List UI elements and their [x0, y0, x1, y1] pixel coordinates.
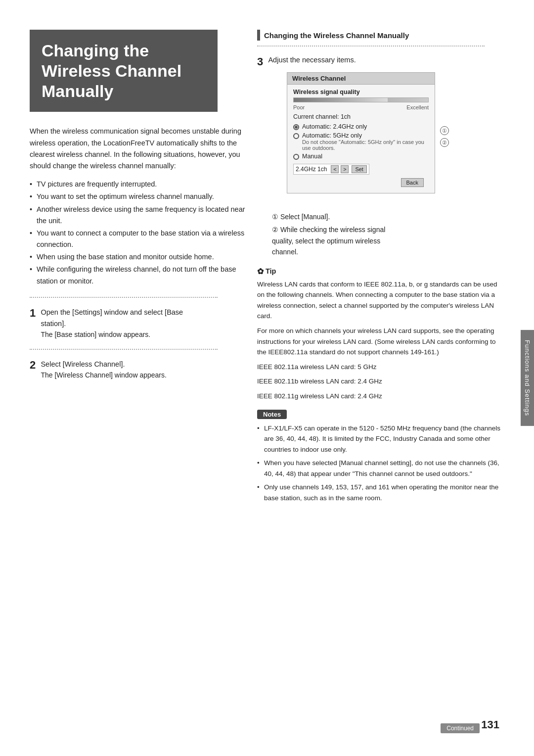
- wc-title-bar: Wireless Channel: [287, 73, 435, 85]
- divider: [30, 297, 218, 298]
- annotation-1: ①: [438, 126, 449, 135]
- radio-option-2: Automatic: 5GHz only Do not choose "Auto…: [293, 132, 429, 151]
- step-annotation-2: ② While checking the wireless signal qua…: [272, 224, 504, 257]
- next-channel-button[interactable]: >: [341, 165, 349, 173]
- list-item: Another wireless device using the same f…: [30, 204, 247, 227]
- prev-channel-button[interactable]: <: [331, 165, 339, 173]
- list-item: While configuring the wireless channel, …: [30, 264, 247, 286]
- wireless-channel-ui: Wireless Channel Wireless signal quality…: [287, 72, 435, 193]
- radio-option-1: Automatic: 2.4GHz only: [293, 123, 429, 130]
- note-item: LF-X1/LF-X5 can operate in the 5120 - 52…: [257, 423, 504, 455]
- radio-button[interactable]: [293, 124, 299, 130]
- right-column: Changing the Wireless Channel Manually 3…: [257, 30, 504, 507]
- annotation-2: ②: [438, 138, 449, 147]
- radio-option-3: Manual: [293, 153, 429, 160]
- page-title: Changing the Wireless Channel Manually: [42, 41, 206, 101]
- step-2: 2 Select [Wireless Channel]. The [Wirele…: [30, 359, 247, 380]
- right-col-header: Changing the Wireless Channel Manually: [257, 30, 504, 41]
- channel-selector-row: 2.4GHz 1ch < > Set: [293, 164, 369, 175]
- continued-button: Continued: [441, 723, 480, 733]
- tip-text-5: IEEE 802.11g wireless LAN card: 2.4 GHz: [257, 391, 504, 402]
- radio-button[interactable]: [293, 133, 299, 139]
- quality-labels: Poor Excellent: [293, 104, 429, 110]
- list-item: When using the base station and monitor …: [30, 251, 247, 263]
- notes-list: LF-X1/LF-X5 can operate in the 5120 - 52…: [257, 423, 504, 504]
- signal-quality-bar: [293, 97, 429, 102]
- page: Changing the Wireless Channel Manually W…: [0, 0, 534, 756]
- divider: [257, 46, 485, 47]
- back-row: Back: [293, 175, 429, 189]
- tip-text-4: IEEE 802.11b wireless LAN card: 2.4 GHz: [257, 376, 504, 387]
- radio-button[interactable]: [293, 154, 299, 160]
- tip-text-1: Wireless LAN cards that conform to IEEE …: [257, 279, 504, 322]
- page-number: 131: [481, 718, 499, 731]
- notes-badge: Notes: [257, 410, 287, 419]
- step-3: 3 Adjust the necessary items.: [257, 55, 504, 68]
- left-column: Changing the Wireless Channel Manually W…: [30, 30, 247, 384]
- step-annotation-1: ① Select [Manual].: [272, 211, 504, 222]
- title-box: Changing the Wireless Channel Manually: [30, 30, 218, 112]
- accent-bar: [257, 30, 260, 41]
- note-item: When you have selected [Manual channel s…: [257, 458, 504, 479]
- tip-section: ✿ Tip Wireless LAN cards that conform to…: [257, 267, 504, 402]
- set-button[interactable]: Set: [352, 165, 367, 173]
- tip-icon: ✿: [257, 267, 264, 276]
- notes-section: Notes LF-X1/LF-X5 can operate in the 512…: [257, 410, 504, 504]
- list-item: You want to connect a computer to the ba…: [30, 228, 247, 250]
- tip-text-3: IEEE 802.11a wireless LAN card: 5 GHz: [257, 362, 504, 373]
- tip-title: ✿ Tip: [257, 267, 504, 276]
- divider: [30, 349, 218, 350]
- side-tab: Functions and Settings: [521, 330, 534, 426]
- intro-text: When the wireless communication signal b…: [30, 126, 247, 172]
- list-item: TV pictures are frequently interrupted.: [30, 179, 247, 190]
- current-channel: Current channel: 1ch: [293, 113, 429, 120]
- back-button[interactable]: Back: [401, 178, 424, 187]
- note-item: Only use channels 149, 153, 157, and 161…: [257, 482, 504, 503]
- step-1: 1 Open the [Settings] window and select …: [30, 307, 247, 340]
- tip-text-2: For more on which channels your wireless…: [257, 326, 504, 358]
- bullet-list: TV pictures are frequently interrupted. …: [30, 179, 247, 287]
- list-item: You want to set the optimum wireless cha…: [30, 191, 247, 202]
